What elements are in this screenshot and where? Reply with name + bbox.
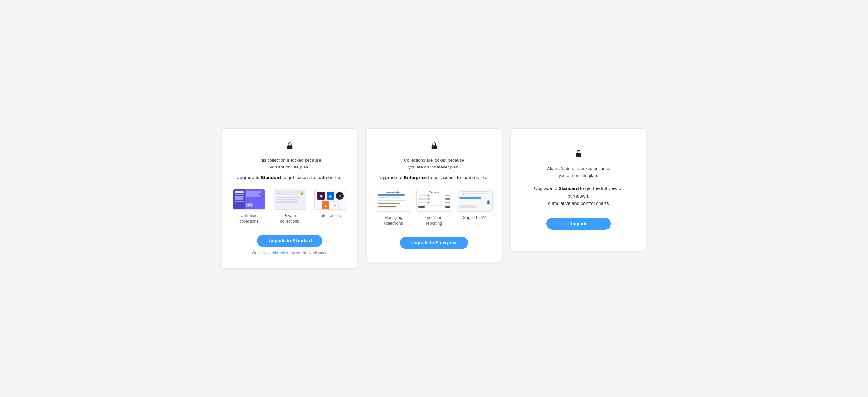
- feature-support: 🔍 👤 Support 24/7: [457, 189, 493, 221]
- integrations-label: Integrations: [320, 213, 341, 219]
- private-collections-label: Private collections: [280, 213, 299, 224]
- feature-managing-collections: Administration Managing collections: [376, 189, 411, 226]
- enterprise-upgrade-title: Upgrade to Enterprise to get access to f…: [379, 175, 489, 180]
- charts-subtitle: Charts feature is locked because you are…: [547, 166, 610, 179]
- features-row: +99 Unlimited collections: [231, 189, 348, 224]
- upgrade-charts-button[interactable]: Upgrade: [546, 218, 611, 230]
- svg-rect-2: [576, 153, 581, 157]
- enterprise-features-row: Administration Managing collections: [376, 189, 493, 226]
- feature-integrations: ◈ ◆ ⊙ ▲ △ Integrations: [313, 189, 348, 219]
- private-collections-image: 🔒: [274, 189, 306, 210]
- lock-icon-charts: [575, 149, 582, 160]
- unlimited-collections-image: +99: [233, 189, 265, 210]
- activate-link-text: Or activate this collection for this wor…: [252, 251, 327, 255]
- upgrade-enterprise-button[interactable]: Upgrade to Enterprise: [400, 236, 468, 249]
- upgrade-standard-button[interactable]: Upgrade to Standard: [257, 235, 322, 247]
- feature-private-collections: 🔒 Private collections: [272, 189, 308, 224]
- feature-timesheet: This week: [416, 189, 452, 226]
- timesheet-image: This week: [416, 189, 452, 212]
- svg-rect-0: [287, 145, 292, 149]
- upgrade-enterprise-card: Collections are locked because you are o…: [367, 129, 502, 262]
- unlimited-collections-label: Unlimited collections: [240, 213, 258, 224]
- enterprise-subtitle: Collections are locked because you are o…: [404, 157, 464, 171]
- activate-collection-link[interactable]: activate this collection: [257, 251, 295, 255]
- cards-container: This collection is locked because you ar…: [209, 129, 660, 269]
- support-image: 🔍 👤: [457, 189, 493, 212]
- svg-rect-1: [431, 145, 437, 149]
- private-lock-icon: 🔒: [300, 191, 304, 195]
- integrations-image: ◈ ◆ ⊙ ▲ △: [314, 189, 346, 210]
- lock-icon: [286, 142, 293, 152]
- plus99-badge: +99: [246, 203, 254, 207]
- upgrade-title: Upgrade to Standard to get access to fea…: [236, 175, 343, 180]
- support-search: 🔍: [459, 191, 490, 195]
- managing-collections-label: Managing collections: [384, 215, 403, 226]
- upgrade-standard-card: This collection is locked because you ar…: [222, 129, 358, 269]
- timesheet-label: Timesheet reporting: [425, 215, 443, 226]
- person-icon: 👤: [486, 200, 490, 204]
- lock-icon-enterprise: [431, 142, 438, 152]
- search-icon-small: 🔍: [461, 192, 464, 195]
- upgrade-charts-card: Charts feature is locked because you are…: [511, 129, 646, 251]
- support-label: Support 24/7: [463, 215, 486, 221]
- charts-upgrade-title: Upgrade to Standard to get the full view…: [523, 185, 634, 207]
- managing-collections-image: Administration: [376, 189, 411, 212]
- subtitle-text: This collection is locked because you ar…: [258, 157, 321, 171]
- feature-unlimited-collections: +99 Unlimited collections: [231, 189, 267, 224]
